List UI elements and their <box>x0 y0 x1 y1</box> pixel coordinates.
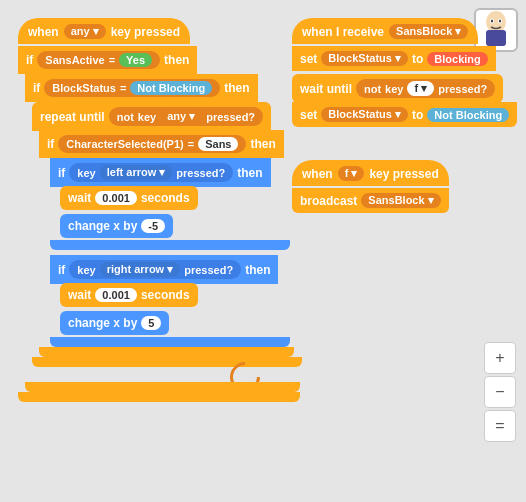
wait2-val[interactable]: 0.001 <box>95 288 137 302</box>
sans-pill[interactable]: Sans <box>198 137 238 151</box>
f-when-label: when <box>302 167 333 181</box>
zoom-reset-button[interactable]: = <box>484 410 516 442</box>
f-key-hat-block: when f ▾ key pressed <box>292 160 449 186</box>
if-label4: if <box>58 166 65 180</box>
left-arrow-pill[interactable]: left arrow ▾ <box>100 165 173 180</box>
receive-hat-block: when I receive SansBlock ▾ <box>292 18 478 44</box>
pressed-label1: pressed? <box>206 111 255 123</box>
change-x-2-block: change x by 5 <box>60 311 169 335</box>
close-char-if <box>39 347 294 357</box>
then-label3: then <box>250 137 275 151</box>
then-label4: then <box>237 166 262 180</box>
change-x-1-block: change x by -5 <box>60 214 173 238</box>
to-label2: to <box>412 108 423 122</box>
sansactive-condition: SansActive = Yes <box>37 51 160 69</box>
not-label2: not <box>364 83 381 95</box>
if-label3: if <box>47 137 54 151</box>
if-blockstatus-block: if BlockStatus = Not Blocking then <box>25 74 258 102</box>
set-label2: set <box>300 108 317 122</box>
wait2-seconds: seconds <box>141 288 190 302</box>
blockstatus-pill1[interactable]: BlockStatus ▾ <box>321 51 408 66</box>
change-x-1-val[interactable]: -5 <box>141 219 165 233</box>
receive-when-label: when I receive <box>302 25 384 39</box>
hat-block: when any ▾ key pressed <box>18 18 190 44</box>
sansblock-pill1[interactable]: SansBlock ▾ <box>389 24 468 39</box>
svg-point-4 <box>491 20 493 23</box>
pressed-label3: pressed? <box>184 264 233 276</box>
wait2-label: wait <box>68 288 91 302</box>
set-label1: set <box>300 52 317 66</box>
not-blocking-pill[interactable]: Not Blocking <box>130 81 212 95</box>
right-arrow-condition: key right arrow ▾ pressed? <box>69 260 241 279</box>
sansactive-var: SansActive <box>45 54 104 66</box>
then-label1: then <box>164 53 189 67</box>
zoom-in-button[interactable]: + <box>484 342 516 374</box>
wait-until-label: wait until <box>300 82 352 96</box>
wait1-val[interactable]: 0.001 <box>95 191 137 205</box>
hat-key-pressed: key pressed <box>111 25 180 39</box>
f-pill[interactable]: f ▾ <box>407 81 434 96</box>
then-label2: then <box>224 81 249 95</box>
char-var: CharacterSelected(P1) <box>66 138 183 150</box>
broadcast-block: broadcast SansBlock ▾ <box>292 188 449 213</box>
if-character-block: if CharacterSelected(P1) = Sans then <box>39 130 284 158</box>
blockstatus-condition: BlockStatus = Not Blocking <box>44 79 220 97</box>
svg-rect-1 <box>486 30 506 46</box>
not-key-f-condition: not key f ▾ pressed? <box>356 79 495 98</box>
close-blockstatus-if <box>25 382 300 392</box>
set-notblocking-block: set BlockStatus ▾ to Not Blocking <box>292 102 517 127</box>
wait2-block: wait 0.001 seconds <box>60 283 198 307</box>
wait1-block: wait 0.001 seconds <box>60 186 198 210</box>
svg-point-5 <box>499 20 501 23</box>
blocking-pill[interactable]: Blocking <box>427 52 487 66</box>
if-right-arrow-block: if key right arrow ▾ pressed? then <box>50 255 278 284</box>
right-arrow-pill[interactable]: right arrow ▾ <box>100 262 181 277</box>
sansblock-pill2[interactable]: SansBlock ▾ <box>361 193 440 208</box>
wait1-label: wait <box>68 191 91 205</box>
change-x-1-label: change x by <box>68 219 137 233</box>
eq3: = <box>188 138 194 150</box>
wait1-seconds: seconds <box>141 191 190 205</box>
hat-any-pill[interactable]: any ▾ <box>64 24 106 39</box>
broadcast-label: broadcast <box>300 194 357 208</box>
repeat-until-label: repeat until <box>40 110 105 124</box>
pressed-label4: pressed? <box>438 83 487 95</box>
repeat-until-block: repeat until not key any ▾ pressed? <box>32 102 271 131</box>
not-key-condition: not key any ▾ pressed? <box>109 107 263 126</box>
f-key-pill[interactable]: f ▾ <box>338 166 365 181</box>
close-repeat <box>32 357 302 367</box>
svg-point-0 <box>486 11 506 33</box>
left-arrow-condition: key left arrow ▾ pressed? <box>69 163 233 182</box>
zoom-out-button[interactable]: − <box>484 376 516 408</box>
pressed-label2: pressed? <box>176 167 225 179</box>
set-blocking-block: set BlockStatus ▾ to Blocking <box>292 46 496 71</box>
not-blocking-pill2[interactable]: Not Blocking <box>427 108 509 122</box>
if-sansactive-block: if SansActive = Yes then <box>18 46 197 74</box>
wait-until-block: wait until not key f ▾ pressed? <box>292 74 503 103</box>
to-label1: to <box>412 52 423 66</box>
close-right-if <box>50 337 290 347</box>
key-label3: key <box>77 264 95 276</box>
character-condition: CharacterSelected(P1) = Sans <box>58 135 246 153</box>
hat-when-label: when <box>28 25 59 39</box>
key-label4: key <box>385 83 403 95</box>
eq2: = <box>120 82 126 94</box>
eq1: = <box>109 54 115 66</box>
zoom-controls: + − = <box>484 342 516 442</box>
key-label1: key <box>138 111 156 123</box>
f-key-pressed-label: key pressed <box>369 167 438 181</box>
close-sansactive-if <box>18 392 300 402</box>
if-label: if <box>26 53 33 67</box>
change-x-2-val[interactable]: 5 <box>141 316 161 330</box>
any-pill2[interactable]: any ▾ <box>160 109 202 124</box>
if-label2: if <box>33 81 40 95</box>
change-x-2-label: change x by <box>68 316 137 330</box>
close-left-if <box>50 240 290 250</box>
not-label: not <box>117 111 134 123</box>
if-label5: if <box>58 263 65 277</box>
blockstatus-var1: BlockStatus <box>52 82 116 94</box>
if-left-arrow-block: if key left arrow ▾ pressed? then <box>50 158 271 187</box>
blockstatus-pill2[interactable]: BlockStatus ▾ <box>321 107 408 122</box>
then-label5: then <box>245 263 270 277</box>
yes-pill[interactable]: Yes <box>119 53 152 67</box>
